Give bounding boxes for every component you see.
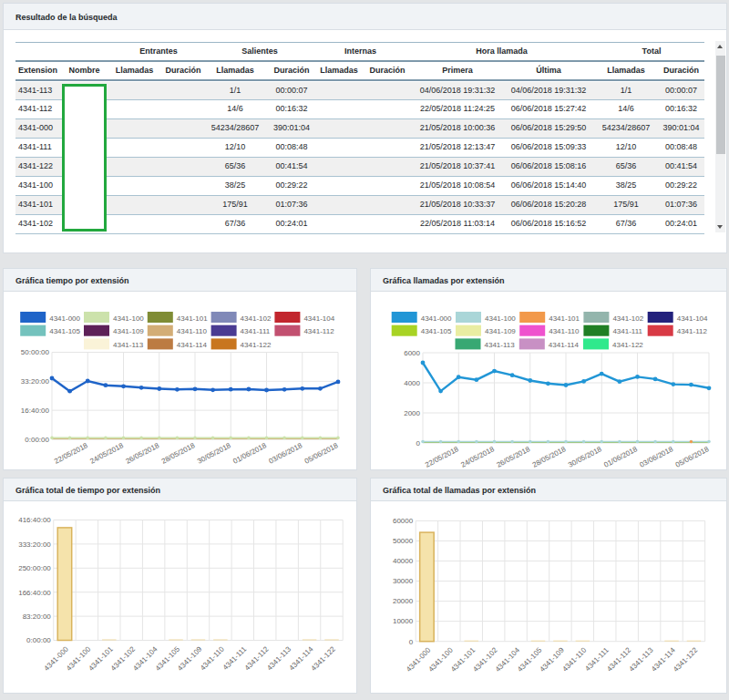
svg-text:416:40:00: 416:40:00 — [18, 516, 51, 524]
svg-text:05/06/2018: 05/06/2018 — [303, 441, 340, 466]
svg-text:01/06/2018: 01/06/2018 — [231, 441, 268, 466]
svg-text:4341-101: 4341-101 — [549, 314, 580, 323]
svg-text:16:40:00: 16:40:00 — [21, 407, 50, 415]
svg-text:4341-101: 4341-101 — [177, 314, 208, 323]
svg-text:166:40:00: 166:40:00 — [18, 589, 51, 597]
svg-text:6000: 6000 — [404, 349, 420, 357]
svg-text:4341-105: 4341-105 — [421, 327, 452, 335]
svg-text:24/05/2018: 24/05/2018 — [459, 445, 496, 469]
svg-text:4341-104: 4341-104 — [677, 314, 708, 323]
svg-text:4341-109: 4341-109 — [485, 327, 516, 335]
svg-text:26/05/2018: 26/05/2018 — [495, 445, 531, 469]
svg-text:4341-114: 4341-114 — [549, 341, 580, 349]
svg-text:0:00:00: 0:00:00 — [25, 436, 49, 444]
svg-text:30000: 30000 — [393, 577, 414, 585]
svg-text:83:20:00: 83:20:00 — [23, 612, 52, 621]
svg-text:4341-113: 4341-113 — [485, 341, 516, 349]
svg-text:4341-000: 4341-000 — [49, 314, 80, 323]
svg-text:28/05/2018: 28/05/2018 — [531, 445, 568, 469]
svg-text:33:20:00: 33:20:00 — [21, 377, 50, 386]
svg-text:40000: 40000 — [393, 557, 414, 565]
svg-text:01/06/2018: 01/06/2018 — [602, 445, 639, 469]
svg-text:4341-100: 4341-100 — [113, 314, 144, 323]
svg-text:30/05/2018: 30/05/2018 — [567, 445, 603, 469]
svg-text:4341-105: 4341-105 — [49, 327, 80, 335]
svg-text:4341-122: 4341-122 — [612, 341, 643, 349]
svg-text:4341-000: 4341-000 — [421, 314, 452, 323]
svg-text:4341-102: 4341-102 — [241, 314, 272, 323]
svg-text:28/05/2018: 28/05/2018 — [160, 441, 197, 466]
svg-text:30/05/2018: 30/05/2018 — [196, 441, 232, 466]
svg-text:0:00:00: 0:00:00 — [26, 636, 51, 644]
svg-text:22/05/2018: 22/05/2018 — [53, 441, 89, 466]
svg-text:4341-112: 4341-112 — [677, 327, 708, 335]
svg-text:250:00:00: 250:00:00 — [18, 564, 51, 572]
svg-text:2000: 2000 — [404, 409, 420, 417]
svg-text:4341-122: 4341-122 — [241, 341, 272, 349]
svg-text:50000: 50000 — [393, 537, 414, 545]
svg-text:0: 0 — [409, 638, 414, 646]
svg-text:4341-122: 4341-122 — [310, 644, 338, 673]
svg-text:03/06/2018: 03/06/2018 — [267, 441, 303, 466]
svg-text:4341-111: 4341-111 — [241, 327, 271, 335]
svg-text:50:00:00: 50:00:00 — [21, 348, 50, 356]
svg-text:4341-104: 4341-104 — [303, 314, 334, 323]
svg-text:4000: 4000 — [404, 379, 420, 387]
svg-text:4341-109: 4341-109 — [113, 327, 144, 335]
svg-text:0: 0 — [416, 439, 421, 448]
svg-text:4341-113: 4341-113 — [113, 341, 144, 349]
svg-text:60000: 60000 — [393, 517, 414, 525]
svg-text:4341-112: 4341-112 — [303, 327, 334, 335]
svg-text:4341-122: 4341-122 — [672, 645, 700, 674]
svg-text:4341-111: 4341-111 — [612, 327, 642, 335]
svg-text:4341-102: 4341-102 — [612, 314, 643, 323]
svg-text:03/06/2018: 03/06/2018 — [638, 445, 674, 469]
svg-text:333:20:00: 333:20:00 — [18, 540, 51, 549]
svg-text:4341-114: 4341-114 — [177, 341, 208, 349]
svg-text:4341-110: 4341-110 — [549, 327, 580, 335]
svg-text:24/05/2018: 24/05/2018 — [88, 441, 125, 466]
svg-text:26/05/2018: 26/05/2018 — [124, 441, 160, 466]
svg-text:05/06/2018: 05/06/2018 — [674, 445, 711, 469]
svg-text:10000: 10000 — [393, 617, 414, 625]
svg-text:4341-110: 4341-110 — [177, 327, 208, 335]
svg-text:22/05/2018: 22/05/2018 — [424, 445, 460, 469]
svg-text:20000: 20000 — [393, 597, 414, 605]
svg-text:4341-100: 4341-100 — [485, 314, 516, 323]
